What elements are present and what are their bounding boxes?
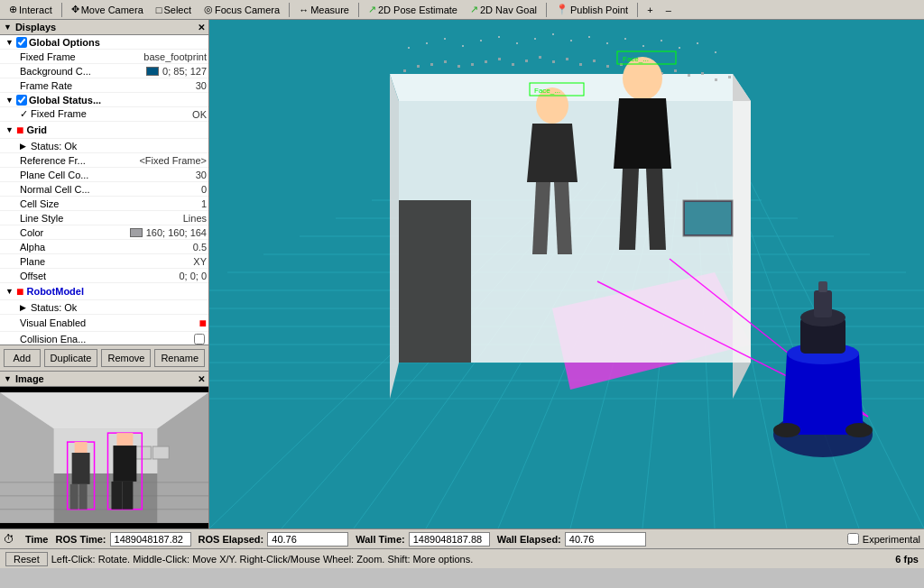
image-toggle-icon[interactable]: ▼ (4, 374, 12, 383)
displays-header: ▼ Displays ✕ (0, 20, 208, 35)
remove-display-button[interactable]: Remove (101, 349, 151, 367)
svg-rect-62 (588, 36, 590, 38)
image-close-icon[interactable]: ✕ (198, 374, 205, 384)
svg-point-119 (845, 423, 873, 437)
tree-row-grid[interactable]: ▼ ■ Grid (0, 122, 208, 139)
move-camera-button[interactable]: ✥ Move Camera (66, 2, 149, 17)
tree-row-frame-rate[interactable]: Frame Rate 30 (0, 78, 208, 93)
grid-label: Grid (26, 124, 207, 135)
svg-rect-73 (444, 60, 447, 63)
tree-row-robot-model[interactable]: ▼ ■ RobotModel (0, 283, 208, 300)
focus-camera-button[interactable]: ◎ Focus Camera (199, 2, 285, 17)
tree-row-background-color[interactable]: Background C... 0; 85; 127 (0, 64, 208, 78)
svg-rect-82 (566, 58, 568, 60)
robot-model-status-icon: ■ (16, 284, 23, 299)
experimental-checkbox[interactable] (847, 533, 859, 545)
remove-tool-button[interactable]: – (661, 3, 677, 17)
toolbar-separator-4 (546, 3, 547, 17)
svg-rect-68 (697, 42, 698, 44)
tree-row-plane-cell[interactable]: Plane Cell Co... 30 (0, 168, 208, 182)
cell-size-label: Cell Size (20, 198, 199, 209)
interact-icon: ⊕ (9, 4, 17, 15)
ros-elapsed-value: 40.76 (267, 532, 348, 547)
focus-camera-icon: ◎ (204, 4, 213, 15)
2d-pose-button[interactable]: ↗ 2D Pose Estimate (363, 2, 463, 17)
expand-arrow[interactable]: ▼ (5, 96, 16, 105)
svg-marker-112 (782, 354, 864, 435)
move-camera-icon: ✥ (71, 4, 79, 15)
expand-arrow[interactable]: ▶ (20, 303, 31, 312)
3d-viewport[interactable]: Face_... Face_... (209, 20, 924, 528)
image-content (0, 387, 208, 528)
tree-row-color[interactable]: Color 160; 160; 164 (0, 225, 208, 240)
wall-elapsed-value: 40.76 (565, 532, 646, 547)
svg-marker-96 (527, 124, 578, 182)
image-title: Image (15, 373, 44, 384)
tree-row-plane[interactable]: Plane XY (0, 254, 208, 269)
toolbar: ⊕ Interact ✥ Move Camera □ Select ◎ Focu… (0, 0, 924, 20)
svg-rect-58 (516, 42, 518, 44)
displays-section: ▼ Displays ✕ ▼ Global Options Fixed Fram… (0, 20, 208, 371)
toolbar-separator-3 (358, 3, 359, 17)
expand-arrow[interactable]: ▶ (20, 142, 31, 151)
expand-arrow[interactable]: ▼ (5, 38, 16, 47)
svg-rect-110 (685, 202, 731, 234)
tree-row-normal-cell[interactable]: Normal Cell C... 0 (0, 182, 208, 197)
svg-rect-79 (525, 60, 528, 62)
line-style-label: Line Style (20, 213, 181, 224)
image-section: ▼ Image ✕ (0, 371, 208, 528)
collision-checkbox[interactable] (194, 334, 205, 345)
plane-label: Plane (20, 256, 191, 267)
select-button[interactable]: □ Select (151, 3, 197, 17)
tree-row-alpha[interactable]: Alpha 0.5 (0, 240, 208, 254)
experimental-area: Experimental (847, 533, 920, 545)
svg-rect-64 (624, 38, 626, 40)
tree-row-grid-status[interactable]: ▶ Status: Ok (0, 139, 208, 153)
tree-row-global-status[interactable]: ▼ Global Status... (0, 93, 208, 107)
frame-rate-label: Frame Rate (20, 80, 194, 91)
2d-pose-icon: ↗ (368, 4, 376, 15)
global-status-checkbox[interactable] (16, 95, 27, 106)
3d-viewport-canvas[interactable]: Face_... Face_... (209, 20, 924, 528)
displays-tree: ▼ Global Options Fixed Frame base_footpr… (0, 35, 208, 345)
rename-display-button[interactable]: Rename (154, 349, 205, 367)
publish-point-button[interactable]: 📍 Publish Point (550, 2, 633, 17)
wall-elapsed-label: Wall Elapsed: (497, 534, 561, 545)
displays-toggle-icon[interactable]: ▼ (4, 23, 12, 32)
normal-cell-value: 0 (201, 184, 207, 195)
svg-rect-75 (471, 63, 474, 66)
tree-row-robot-status[interactable]: ▶ Status: Ok (0, 300, 208, 315)
global-status-label: Global Status... (29, 95, 207, 106)
2d-nav-icon: ↗ (470, 4, 478, 15)
plane-cell-label: Plane Cell Co... (20, 170, 194, 180)
duplicate-display-button[interactable]: Duplicate (44, 349, 98, 367)
svg-rect-70 (403, 69, 406, 72)
svg-text:Face_...: Face_... (623, 55, 649, 63)
tree-row-reference-frame[interactable]: Reference Fr... <Fixed Frame> (0, 153, 208, 168)
frame-rate-value: 30 (196, 80, 207, 91)
grid-status-label: Status: Ok (31, 141, 207, 152)
tree-row-cell-size[interactable]: Cell Size 1 (0, 197, 208, 211)
tree-row-line-style[interactable]: Line Style Lines (0, 211, 208, 225)
tree-row-fixed-frame-ok[interactable]: ✓ Fixed Frame OK (0, 107, 208, 122)
svg-rect-117 (818, 281, 827, 292)
tree-row-offset[interactable]: Offset 0; 0; 0 (0, 269, 208, 283)
add-display-button[interactable]: Add (4, 349, 41, 367)
expand-arrow[interactable]: ▼ (5, 287, 16, 296)
reset-button[interactable]: Reset (5, 552, 48, 566)
toolbar-separator-1 (61, 3, 62, 17)
add-tool-button[interactable]: + (642, 3, 658, 17)
tree-row-global-options[interactable]: ▼ Global Options (0, 35, 208, 50)
2d-nav-button[interactable]: ↗ 2D Nav Goal (465, 2, 542, 17)
displays-close-icon[interactable]: ✕ (198, 23, 205, 32)
svg-rect-59 (534, 38, 536, 40)
tree-row-fixed-frame[interactable]: Fixed Frame base_footprint (0, 50, 208, 64)
interact-button[interactable]: ⊕ Interact (4, 2, 58, 17)
tree-row-visual-enabled[interactable]: Visual Enabled ■ (0, 315, 208, 332)
toolbar-separator-2 (289, 3, 290, 17)
tree-row-collision[interactable]: Collision Ena... (0, 332, 208, 345)
expand-arrow[interactable]: ▼ (5, 125, 16, 134)
offset-label: Offset (20, 271, 177, 281)
measure-button[interactable]: ↔ Measure (293, 3, 355, 17)
global-options-checkbox[interactable] (16, 37, 27, 48)
